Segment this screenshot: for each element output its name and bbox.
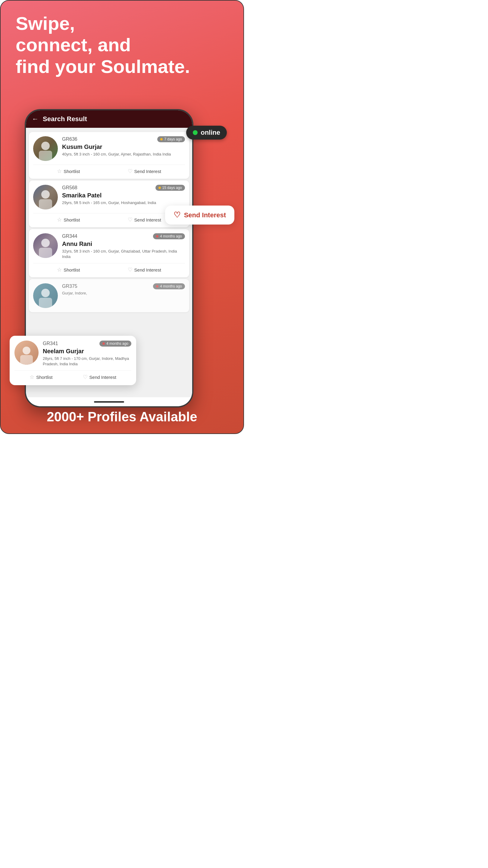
profile-card-partial: GR375 4 months ago Gurjar, Indore, bbox=[29, 279, 189, 312]
shortlist-btn-1[interactable]: ☆ Shortlist bbox=[57, 168, 80, 175]
expanded-card: GR341 4 months ago Neelam Gurjar 28yrs, … bbox=[10, 336, 136, 385]
profile-id-partial: GR375 bbox=[62, 284, 77, 289]
heart-icon-3: ♡ bbox=[128, 267, 133, 273]
online-dot bbox=[193, 130, 198, 135]
profile-details-partial: Gurjar, Indore, bbox=[62, 290, 185, 296]
phone-topbar: ← Search Result bbox=[26, 110, 192, 128]
profile-details-1: 40yrs, 5ft 3 inch - 160 cm, Gurjar, Ajme… bbox=[62, 152, 185, 157]
profile-card-3: GR344 4 months ago Annu Rani 32yrs, 5ft … bbox=[29, 229, 189, 277]
time-badge-3: 4 months ago bbox=[153, 233, 185, 239]
home-indicator bbox=[94, 401, 124, 403]
expanded-time-badge: 4 months ago bbox=[99, 341, 131, 347]
send-interest-btn-1[interactable]: ♡ Send Interest bbox=[128, 168, 161, 175]
popup-heart-icon: ♡ bbox=[173, 210, 181, 220]
shortlist-btn-2[interactable]: ☆ Shortlist bbox=[57, 216, 80, 223]
avatar-2 bbox=[33, 185, 58, 210]
time-dot-3 bbox=[156, 235, 158, 238]
expanded-profile-id: GR341 bbox=[43, 341, 58, 346]
send-interest-popup[interactable]: ♡ Send Interest bbox=[165, 206, 234, 224]
avatar-1 bbox=[33, 136, 58, 161]
time-dot-1 bbox=[160, 138, 163, 141]
profile-name-2: Smarika Patel bbox=[62, 192, 185, 199]
expanded-avatar bbox=[14, 341, 38, 365]
app-background: Swipe, connect, and find your Soulmate. … bbox=[0, 0, 244, 434]
footer-text: 2000+ Profiles Available bbox=[1, 409, 243, 424]
time-badge-1: 7 days ago bbox=[157, 136, 185, 142]
avatar-partial bbox=[33, 283, 58, 308]
expanded-profile-details: 28yrs, 5ft 7 inch - 170 cm, Gurjar, Indo… bbox=[43, 356, 131, 367]
expanded-profile-name: Neelam Gurjar bbox=[43, 348, 131, 355]
profile-id-1: GR636 bbox=[62, 136, 77, 142]
profile-name-3: Annu Rani bbox=[62, 241, 185, 247]
time-dot-partial bbox=[156, 285, 158, 287]
time-badge-2: 15 days ago bbox=[156, 185, 185, 191]
time-dot-2 bbox=[158, 187, 161, 189]
profile-details-3: 32yrs, 5ft 3 inch - 160 cm, Gurjar, Ghaz… bbox=[62, 249, 185, 259]
heart-icon-2: ♡ bbox=[128, 216, 133, 223]
expanded-send-interest-btn[interactable]: ♡ Send Interest bbox=[83, 374, 116, 380]
send-interest-popup-label: Send Interest bbox=[184, 211, 226, 219]
headline-text: Swipe, connect, and find your Soulmate. bbox=[16, 13, 190, 77]
expanded-time-dot bbox=[102, 342, 105, 345]
send-interest-btn-3[interactable]: ♡ Send Interest bbox=[128, 267, 161, 273]
shortlist-btn-3[interactable]: ☆ Shortlist bbox=[57, 267, 80, 273]
send-interest-btn-2[interactable]: ♡ Send Interest bbox=[128, 216, 161, 223]
profile-card-1: GR636 7 days ago Kusum Gurjar 40yrs, 5ft… bbox=[29, 132, 189, 179]
star-icon-2: ☆ bbox=[57, 216, 62, 223]
profile-name-1: Kusum Gurjar bbox=[62, 144, 185, 150]
expanded-heart-icon: ♡ bbox=[83, 374, 88, 380]
time-badge-partial: 4 months ago bbox=[153, 283, 185, 289]
avatar-3 bbox=[33, 233, 58, 258]
screen-title: Search Result bbox=[43, 115, 87, 123]
star-icon-1: ☆ bbox=[57, 168, 62, 175]
online-badge: online bbox=[186, 126, 227, 140]
profile-id-2: GR568 bbox=[62, 185, 77, 190]
profile-details-2: 29yrs, 5ft 5 inch - 165 cm, Gurjar, Hosh… bbox=[62, 200, 185, 206]
star-icon-3: ☆ bbox=[57, 267, 62, 273]
online-label: online bbox=[201, 129, 220, 136]
phone-bottom-bar bbox=[26, 397, 192, 406]
heart-icon-1: ♡ bbox=[128, 168, 133, 175]
back-arrow-icon[interactable]: ← bbox=[32, 115, 38, 123]
expanded-shortlist-btn[interactable]: ☆ Shortlist bbox=[30, 374, 53, 380]
expanded-star-icon: ☆ bbox=[30, 374, 34, 380]
profile-id-3: GR344 bbox=[62, 234, 77, 239]
